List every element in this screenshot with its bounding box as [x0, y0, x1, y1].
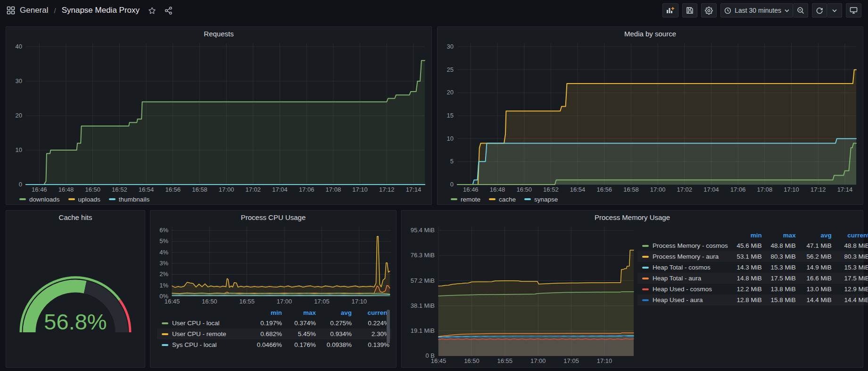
stat-max: 0.374% — [284, 318, 318, 329]
legend-color-chip — [642, 299, 649, 301]
legend-item-downloads[interactable]: downloads — [19, 196, 60, 203]
dashboard-settings-button[interactable] — [701, 3, 717, 17]
zoom-out-button[interactable] — [793, 3, 808, 17]
process-memory-chart[interactable]: 16:4516:5016:5517:0017:0517:100 B19.1 Mi… — [402, 225, 637, 365]
refresh-button[interactable] — [812, 3, 827, 17]
share-icon[interactable] — [165, 7, 173, 15]
svg-text:17:00: 17:00 — [219, 186, 234, 193]
breadcrumb-folder[interactable]: General — [20, 6, 48, 15]
stat-min: 12.8 MiB — [730, 295, 764, 305]
svg-text:16:52: 16:52 — [112, 186, 127, 193]
legend-table-header-current[interactable]: current — [834, 230, 868, 240]
svg-text:17:04: 17:04 — [272, 186, 288, 193]
legend-table-header-avg[interactable]: avg — [318, 308, 354, 318]
apps-icon[interactable] — [7, 6, 15, 15]
legend-item-cache[interactable]: cache — [489, 196, 516, 203]
svg-text:57.2 MiB: 57.2 MiB — [411, 277, 435, 284]
legend-series-User CPU - local[interactable]: User CPU - local — [157, 318, 250, 329]
legend-table-corner — [157, 308, 250, 318]
svg-text:17:14: 17:14 — [406, 186, 422, 193]
svg-text:76.3 MiB: 76.3 MiB — [411, 252, 435, 259]
legend-series-Process Memory - cosmos[interactable]: Process Memory - cosmos — [637, 240, 730, 251]
legend-table-header-min[interactable]: min — [730, 230, 764, 240]
svg-text:38.1 MiB: 38.1 MiB — [411, 302, 435, 309]
legend-table-header-min[interactable]: min — [250, 308, 284, 318]
svg-text:17:00: 17:00 — [650, 186, 666, 193]
star-icon[interactable] — [148, 7, 156, 15]
panel-title-media-by-source[interactable]: Media by source — [438, 27, 863, 41]
legend-scrollbar[interactable] — [387, 310, 390, 344]
add-panel-button[interactable] — [662, 3, 678, 17]
legend-color-chip — [109, 198, 116, 200]
legend-item-thumbnails[interactable]: thumbnails — [109, 196, 149, 203]
svg-text:16:54: 16:54 — [570, 186, 586, 193]
legend-table-header-max[interactable]: max — [284, 308, 318, 318]
media-by-source-chart[interactable]: 16:4616:4816:5016:5216:5416:5616:5817:00… — [438, 41, 863, 194]
time-range-label: Last 30 minutes — [735, 7, 781, 14]
top-navigation-bar: General / Synapse Media Proxy — [0, 0, 868, 21]
svg-text:16:52: 16:52 — [543, 186, 559, 193]
stat-min: 14.8 MiB — [730, 273, 764, 284]
legend-color-chip — [68, 198, 75, 200]
dashboard-title[interactable]: Synapse Media Proxy — [62, 6, 140, 15]
legend-color-chip — [489, 198, 496, 200]
svg-text:0%: 0% — [159, 293, 168, 300]
legend-series-Heap Total - aura[interactable]: Heap Total - aura — [637, 273, 730, 284]
legend-series-Heap Used - cosmos[interactable]: Heap Used - cosmos — [637, 284, 730, 295]
cycle-view-mode-button[interactable] — [846, 3, 861, 17]
legend-color-chip — [162, 322, 168, 324]
legend-table-header-max[interactable]: max — [764, 230, 798, 240]
stat-current: 80.3 MiB — [834, 251, 868, 262]
panel-cache-hits: Cache hits 56.8% — [6, 210, 145, 368]
svg-text:17:10: 17:10 — [597, 357, 612, 364]
legend-series-Heap Total - cosmos[interactable]: Heap Total - cosmos — [637, 262, 730, 273]
svg-text:17:02: 17:02 — [246, 186, 261, 193]
stat-max: 80.3 MiB — [764, 251, 798, 262]
svg-text:16:56: 16:56 — [165, 186, 181, 193]
chevron-down-icon — [785, 9, 789, 12]
stat-avg: 0.0938% — [318, 339, 354, 350]
legend-item-synapse[interactable]: synapse — [524, 196, 558, 203]
svg-text:17:08: 17:08 — [757, 186, 773, 193]
stat-current: 2.30% — [354, 329, 391, 339]
legend-color-chip — [642, 288, 649, 290]
legend-table-header-current[interactable]: current — [354, 308, 391, 318]
stat-current: 48.8 MiB — [834, 240, 868, 251]
requests-chart[interactable]: 16:4616:4816:5016:5216:5416:5616:5817:00… — [6, 41, 431, 194]
time-range-picker[interactable]: Last 30 minutes — [720, 3, 793, 17]
stat-avg: 56.2 MiB — [798, 251, 834, 262]
panel-title-process-memory[interactable]: Process Memory Usage — [402, 211, 863, 225]
svg-text:16:46: 16:46 — [463, 186, 479, 193]
series-label: Heap Used - aura — [653, 296, 703, 304]
process-cpu-chart[interactable]: 16:4516:5016:5517:0017:0517:100%1%2%3%4%… — [150, 225, 396, 306]
stat-min: 0.0466% — [250, 339, 284, 350]
svg-text:17:14: 17:14 — [837, 186, 853, 193]
legend-item-remote[interactable]: remote — [451, 196, 480, 203]
series-label: Process Memory - aura — [653, 253, 719, 260]
svg-text:3%: 3% — [159, 260, 168, 267]
legend-table-header-avg[interactable]: avg — [798, 230, 834, 240]
panel-title-cache-hits[interactable]: Cache hits — [6, 211, 145, 225]
svg-text:17:10: 17:10 — [351, 298, 367, 305]
stat-current: 15.3 MiB — [834, 262, 868, 273]
stat-current: 0.224% — [354, 318, 391, 329]
refresh-interval-dropdown[interactable] — [827, 3, 842, 17]
svg-text:17:06: 17:06 — [299, 186, 314, 193]
legend-series-Heap Used - aura[interactable]: Heap Used - aura — [637, 295, 730, 305]
svg-text:25: 25 — [447, 66, 454, 73]
stat-avg: 16.6 MiB — [798, 273, 834, 284]
legend-color-chip — [642, 245, 649, 247]
panel-title-process-cpu[interactable]: Process CPU Usage — [150, 211, 396, 225]
stat-max: 5.45% — [284, 329, 318, 339]
legend-series-User CPU - remote[interactable]: User CPU - remote — [157, 329, 250, 339]
legend-series-Sys CPU - local[interactable]: Sys CPU - local — [157, 339, 250, 350]
svg-text:16:56: 16:56 — [596, 186, 612, 193]
svg-text:16:50: 16:50 — [464, 357, 479, 364]
legend-label: downloads — [29, 196, 60, 203]
breadcrumb-separator: / — [53, 7, 57, 15]
save-dashboard-button[interactable] — [682, 3, 697, 17]
panel-title-requests[interactable]: Requests — [6, 27, 431, 41]
media-by-source-legend: remotecachesynapse — [438, 194, 863, 204]
legend-series-Process Memory - aura[interactable]: Process Memory - aura — [637, 251, 730, 262]
legend-item-uploads[interactable]: uploads — [68, 196, 100, 203]
